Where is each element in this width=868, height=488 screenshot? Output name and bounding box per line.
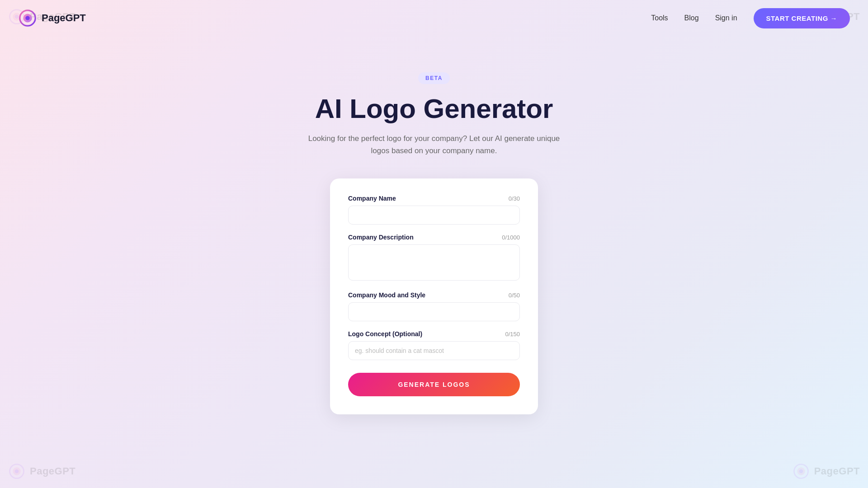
- mood-style-label: Company Mood and Style: [348, 291, 425, 299]
- logo-concept-label: Logo Concept (Optional): [348, 330, 422, 338]
- logo-concept-counter: 0/150: [505, 331, 520, 338]
- company-name-field: Company Name 0/30: [348, 195, 520, 225]
- nav-links: Tools Blog Sign in START CREATING →: [651, 8, 850, 28]
- nav-tools-link[interactable]: Tools: [651, 14, 668, 22]
- company-name-counter: 0/30: [509, 195, 520, 202]
- page-title: AI Logo Generator: [315, 93, 553, 124]
- logo-concept-header: Logo Concept (Optional) 0/150: [348, 330, 520, 338]
- nav-logo[interactable]: PageGPT: [18, 9, 86, 28]
- nav-signin-link[interactable]: Sign in: [715, 14, 737, 22]
- form-card: Company Name 0/30 Company Description 0/…: [330, 178, 538, 414]
- mood-style-input[interactable]: [348, 302, 520, 321]
- main-content: BETA AI Logo Generator Looking for the p…: [0, 36, 868, 488]
- svg-point-17: [25, 16, 30, 20]
- page-subtitle: Looking for the perfect logo for your co…: [298, 132, 570, 157]
- company-name-header: Company Name 0/30: [348, 195, 520, 202]
- navbar: PageGPT Tools Blog Sign in START CREATIN…: [0, 0, 868, 36]
- company-description-counter: 0/1000: [502, 234, 520, 241]
- generate-logos-button[interactable]: GENERATE LOGOS: [348, 373, 520, 396]
- company-description-field: Company Description 0/1000: [348, 234, 520, 282]
- start-creating-button[interactable]: START CREATING →: [754, 8, 850, 28]
- company-description-input[interactable]: [348, 244, 520, 281]
- company-description-label: Company Description: [348, 234, 414, 241]
- mood-style-field: Company Mood and Style 0/50: [348, 291, 520, 321]
- beta-badge: BETA: [418, 72, 450, 84]
- mood-style-header: Company Mood and Style 0/50: [348, 291, 520, 299]
- company-name-label: Company Name: [348, 195, 396, 202]
- company-description-header: Company Description 0/1000: [348, 234, 520, 241]
- nav-logo-text: PageGPT: [42, 12, 86, 24]
- nav-blog-link[interactable]: Blog: [684, 14, 699, 22]
- company-name-input[interactable]: [348, 206, 520, 225]
- logo-concept-input[interactable]: [348, 341, 520, 360]
- mood-style-counter: 0/50: [509, 292, 520, 299]
- logo-concept-field: Logo Concept (Optional) 0/150: [348, 330, 520, 360]
